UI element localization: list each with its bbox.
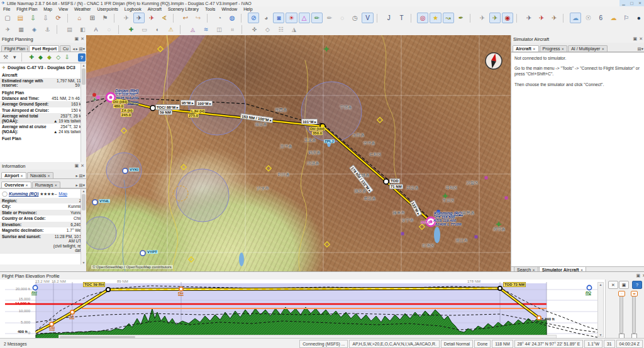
map-option-icon[interactable]: ▤ — [64, 25, 75, 35]
map-option-icon[interactable]: ☷ — [275, 25, 287, 35]
measure-icon[interactable]: ∢ — [158, 13, 170, 23]
fuel-add-icon[interactable]: ✚ — [28, 53, 35, 62]
fuel-calc-icon[interactable]: ◇ — [55, 53, 62, 62]
tab-cu[interactable]: Cu — [60, 45, 70, 52]
map-option-icon[interactable]: ✜ — [248, 25, 260, 35]
maximize-icon[interactable]: ▢ — [628, 0, 636, 6]
weather-clouds-icon[interactable]: ☁ — [570, 13, 581, 23]
tab-aircraft[interactable]: Aircraft✕ — [513, 45, 539, 52]
messages-count[interactable]: 2 Messages — [0, 342, 31, 346]
tab-navaids[interactable]: Navaids✕ — [27, 172, 53, 178]
menu-view[interactable]: View — [55, 6, 71, 12]
windsock-icon[interactable]: ⚐ — [621, 13, 632, 23]
highlight-target-icon[interactable]: ◎ — [417, 13, 428, 23]
map-option-icon[interactable]: ◌ — [103, 25, 115, 35]
map-option-icon[interactable]: A — [90, 25, 102, 35]
expand-profile-icon[interactable]: ✕ — [608, 281, 618, 289]
vertical-zoom-slider[interactable]: ○ — [619, 291, 623, 334]
menu-help[interactable]: Help — [240, 6, 255, 12]
center-mark-icon[interactable]: ⚑ — [99, 13, 111, 23]
help-icon[interactable]: ? — [632, 281, 642, 289]
map-forward-icon[interactable]: ↪ — [192, 13, 204, 23]
tab-extra-buttons[interactable]: ▸ ▤▾ — [75, 183, 86, 188]
vfr-map-icon[interactable]: V — [362, 13, 373, 23]
map-option-icon[interactable]: ◈ — [28, 25, 40, 35]
draw-userpoint-icon[interactable]: ✏ — [324, 13, 335, 23]
home-map-icon[interactable]: ⌂ — [74, 13, 85, 23]
subtab-overview[interactable]: Overview✕ — [1, 182, 31, 188]
map-option-icon[interactable]: ▭ — [138, 25, 150, 35]
map-option-icon[interactable]: ✚ — [125, 25, 137, 35]
menu-userpoints[interactable]: Userpoints — [94, 6, 121, 12]
weather-sun-icon[interactable]: ☉ — [582, 13, 594, 23]
float-dock-icon[interactable]: ▣ — [633, 36, 638, 41]
map-option-icon[interactable]: ◧ — [77, 25, 89, 35]
tab-progress[interactable]: Progress✕ — [540, 45, 568, 52]
gauge-icon[interactable]: ◷ — [349, 13, 360, 23]
tab-extra-buttons[interactable]: ▸ ▤▾ — [75, 173, 86, 178]
center-flightplan-icon[interactable]: ⊞ — [87, 13, 98, 23]
float-dock-icon[interactable]: ▣ — [75, 163, 79, 168]
map-option-icon[interactable]: ⚠ — [165, 25, 177, 35]
aircraft-o-icon[interactable]: ✈ — [536, 13, 547, 23]
reload-flightplan-icon[interactable]: ⟳ — [53, 13, 64, 23]
fuel-download-icon[interactable]: ⇩ — [64, 53, 71, 62]
map-option-icon[interactable]: ≋ — [200, 25, 212, 35]
aircraft-center-icon[interactable]: ✈ — [133, 13, 145, 23]
open-flightplan-icon[interactable]: ▤ — [14, 13, 26, 23]
window-controls[interactable]: ▁ ▢ ✕ — [619, 0, 644, 6]
fuel-report-scrollbar[interactable]: ▲▼ — [80, 63, 86, 162]
weather-cloud-icon[interactable]: ☁ — [608, 13, 619, 23]
fuel-icon[interactable]: ◆ — [36, 53, 44, 62]
history-icon[interactable]: ◔ — [214, 13, 225, 23]
close-dock-icon[interactable]: ✕ — [80, 163, 84, 168]
menu-aircraft[interactable]: Aircraft — [145, 6, 165, 12]
map-option-icon[interactable]: ◇ — [262, 25, 274, 35]
center-on-aircraft-icon[interactable]: ◉ — [502, 13, 513, 23]
close-dock-icon[interactable]: ✕ — [80, 36, 84, 41]
ai-aircraft-off-icon[interactable]: ✈ — [477, 13, 488, 23]
minimize-icon[interactable]: ▁ — [619, 0, 628, 6]
erase-icon[interactable]: ◌ — [336, 13, 348, 23]
draw-route-icon[interactable]: ✏ — [311, 13, 323, 23]
follow-aircraft-icon[interactable]: ✈ — [489, 13, 501, 23]
aircraft-reset-icon[interactable]: ✈ — [146, 13, 157, 23]
map-option-icon[interactable]: ◬ — [187, 25, 199, 35]
menu-tools[interactable]: Tools — [202, 6, 218, 12]
map-quality-icon[interactable]: ◕ — [260, 13, 272, 23]
fuel-avg-icon[interactable]: ◆ — [45, 53, 53, 62]
tab-extra-buttons[interactable]: ◂ ▸ ▤▾ — [71, 46, 86, 52]
help-icon[interactable]: ? — [78, 53, 86, 62]
map-option-icon[interactable]: ▦ — [15, 25, 27, 35]
wrench-icon[interactable]: ⚒ — [2, 53, 9, 62]
profile-settings-icon[interactable]: ▣ — [619, 281, 629, 289]
wind-level-icon[interactable]: 6 — [595, 13, 606, 23]
subtab-runways[interactable]: Runways✕ — [32, 182, 60, 188]
offset-slider[interactable]: ◂▸ — [632, 291, 636, 334]
map-option-icon[interactable]: ◮ — [288, 25, 300, 35]
sun-shading-icon[interactable]: ☀ — [286, 13, 297, 23]
tab-extra-buttons[interactable]: ▤▾ — [636, 46, 644, 52]
wrench-menu-icon[interactable]: ▾ — [11, 53, 18, 62]
tab-fuel-report[interactable]: Fuel Report✕ — [29, 45, 59, 52]
globe-dark-icon[interactable]: ● — [633, 13, 644, 23]
star-icon[interactable]: ★ — [430, 13, 441, 23]
tab-airport[interactable]: Airport✕ — [1, 172, 26, 178]
tab-ai-multiplayer[interactable]: AI / Multiplayer✕ — [568, 45, 608, 52]
track-icon[interactable]: ↝ — [443, 13, 454, 23]
map-option-icon[interactable]: ✈ — [2, 25, 14, 35]
map-back-icon[interactable]: ↩ — [180, 13, 191, 23]
map-option-icon[interactable]: ◫ — [213, 25, 225, 35]
map-link[interactable]: Map — [58, 192, 67, 196]
menu-scenery-library[interactable]: Scenery Library — [165, 6, 202, 12]
map-theme-icon[interactable]: ◙ — [273, 13, 284, 23]
aircraft-off-icon[interactable]: ✈ — [121, 13, 132, 23]
menu-weather[interactable]: Weather — [71, 6, 94, 12]
save-flightplan-icon[interactable]: ⇩ — [27, 13, 38, 23]
airspace-icon[interactable]: △ — [299, 13, 310, 23]
information-scrollbar[interactable]: ▲▼ — [80, 189, 86, 264]
globe-icon[interactable]: ◍ — [226, 13, 238, 23]
menu-map[interactable]: Map — [40, 6, 55, 12]
menu-file[interactable]: File — [0, 6, 13, 12]
map-projection-icon[interactable]: ⊘ — [248, 13, 259, 23]
